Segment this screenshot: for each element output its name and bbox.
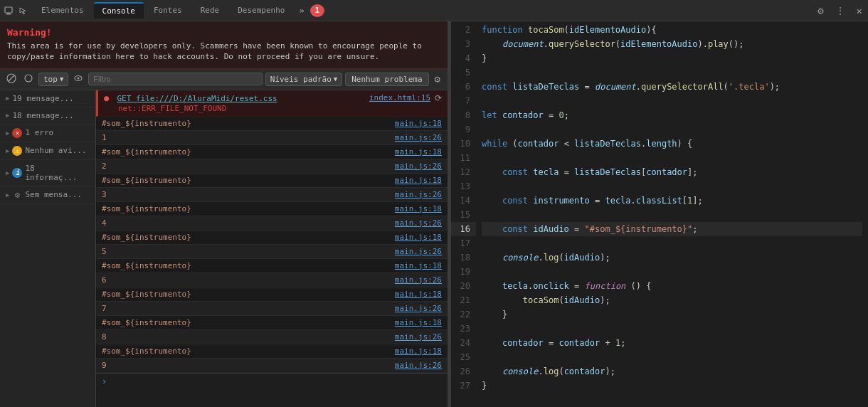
close-icon[interactable]: ✕ <box>854 4 865 18</box>
line-number: 4 <box>451 51 476 65</box>
code-line: console.log(contador); <box>482 364 862 379</box>
log-row: #som_${instrumento} main.js:18 <box>96 259 448 273</box>
code-editor: 2345678910111213141516171819202122232425… <box>451 21 868 407</box>
device-icon <box>4 6 13 15</box>
line-number: 10 <box>451 137 476 151</box>
log-row: 9 main.js:26 <box>96 359 448 373</box>
code-line: while (contador < listaDeTeclas.length) … <box>482 137 862 151</box>
log-value: #som_${instrumento} <box>102 290 191 299</box>
more-tabs-button[interactable]: » <box>295 3 308 18</box>
log-value: #som_${instrumento} <box>102 119 191 128</box>
info-count-badge: i <box>12 168 22 178</box>
line-number: 27 <box>451 379 476 393</box>
line-number: 23 <box>451 322 476 336</box>
log-source-link[interactable]: main.js:26 <box>395 304 442 313</box>
log-row: 5 main.js:26 <box>96 245 448 259</box>
code-line <box>482 65 862 80</box>
log-source-link[interactable]: main.js:26 <box>395 133 442 142</box>
eye-icon[interactable] <box>71 72 85 87</box>
code-line: function tocaSom(idElementoAudio){ <box>482 23 862 37</box>
error-source-link[interactable]: index.html:15 <box>369 93 430 102</box>
log-source-link[interactable]: main.js:26 <box>395 332 442 342</box>
log-value: 7 <box>102 304 107 313</box>
tab-desempenho[interactable]: Desempenho <box>229 3 293 18</box>
devtools-panel: Warning! This area is for use by develop… <box>0 21 448 407</box>
code-line: console.log(idAudio); <box>482 250 862 265</box>
log-source-link[interactable]: main.js:18 <box>395 290 442 299</box>
line-numbers: 2345678910111213141516171819202122232425… <box>451 21 476 407</box>
svg-point-8 <box>78 77 80 79</box>
sidebar-item-all[interactable]: ▶ 19 mensage... <box>0 90 95 107</box>
line-number: 3 <box>451 37 476 51</box>
log-source-link[interactable]: main.js:26 <box>395 361 442 370</box>
console-messages-area: ● GET file:///D:/AluraMidi/reset.css ind… <box>96 90 448 407</box>
sidebar-item-verbose[interactable]: ▶ ⚙ Sem mensa... <box>0 186 95 204</box>
preserve-log-button[interactable] <box>21 72 36 87</box>
log-source-link[interactable]: main.js:26 <box>395 275 442 285</box>
line-number: 19 <box>451 265 476 279</box>
log-source-link[interactable]: main.js:18 <box>395 204 442 213</box>
log-value: 2 <box>102 162 107 171</box>
log-source-link[interactable]: main.js:18 <box>395 233 442 242</box>
log-source-link[interactable]: main.js:26 <box>395 162 442 171</box>
line-number: 17 <box>451 236 476 250</box>
log-source-link[interactable]: main.js:18 <box>395 176 442 185</box>
log-source-link[interactable]: main.js:18 <box>395 119 442 128</box>
filter-input[interactable] <box>88 73 262 85</box>
log-row: #som_${instrumento} main.js:18 <box>96 145 448 159</box>
log-source-link[interactable]: main.js:26 <box>395 218 442 228</box>
code-line: const idAudio = "#som_${instrumento}"; <box>482 222 862 236</box>
verbose-badge: ⚙ <box>12 190 22 200</box>
settings-icon[interactable]: ⚙ <box>815 4 826 18</box>
log-value: 8 <box>102 332 107 342</box>
tab-rede[interactable]: Rede <box>192 3 228 18</box>
code-line: const tecla = listaDeTeclas[contador]; <box>482 165 862 179</box>
top-context-dropdown[interactable]: top ▼ <box>38 73 68 86</box>
line-number: 11 <box>451 151 476 165</box>
sidebar-item-errors[interactable]: ▶ ✕ 1 erro <box>0 125 95 142</box>
tab-fontes[interactable]: Fontes <box>145 3 191 18</box>
clear-console-button[interactable] <box>4 72 18 87</box>
expand-error-icon[interactable]: ⟳ <box>435 93 442 103</box>
no-issues-button[interactable]: Nenhum problema <box>345 73 428 86</box>
svg-rect-2 <box>6 14 11 14</box>
line-number: 26 <box>451 364 476 379</box>
line-number: 25 <box>451 350 476 364</box>
tab-console[interactable]: Console <box>94 2 144 18</box>
code-line <box>482 350 862 364</box>
console-content: ▶ 19 mensage... ▶ 18 mensage... ▶ ✕ 1 er… <box>0 90 448 407</box>
log-source-link[interactable]: main.js:18 <box>395 261 442 270</box>
code-line <box>482 208 862 222</box>
more-options-icon[interactable]: ⋮ <box>832 4 848 18</box>
log-value: 1 <box>102 133 107 142</box>
log-source-link[interactable]: main.js:18 <box>395 347 442 356</box>
error-icon: ● <box>104 93 109 103</box>
line-number: 21 <box>451 293 476 307</box>
sidebar-item-messages[interactable]: ▶ 18 mensage... <box>0 107 95 125</box>
log-value: #som_${instrumento} <box>102 233 191 242</box>
error-file-link[interactable]: GET file:///D:/AluraMidi/reset.css <box>117 94 277 103</box>
log-source-link[interactable]: main.js:18 <box>395 318 442 327</box>
line-number: 12 <box>451 165 476 179</box>
code-line <box>482 322 862 336</box>
log-source-link[interactable]: main.js:18 <box>395 147 442 157</box>
sidebar-item-warnings[interactable]: ▶ ⚠ Nenhum avi... <box>0 142 95 160</box>
code-line: } <box>482 307 862 322</box>
console-settings-icon[interactable]: ⚙ <box>432 72 443 86</box>
log-value: #som_${instrumento} <box>102 147 191 157</box>
log-value: #som_${instrumento} <box>102 204 191 213</box>
expand-arrow-icon: ▶ <box>6 147 9 154</box>
line-number: 9 <box>451 122 476 137</box>
svg-line-5 <box>9 75 14 81</box>
tab-elementos[interactable]: Elementos <box>33 3 92 18</box>
log-levels-dropdown[interactable]: Níveis padrão ▼ <box>265 73 343 86</box>
console-prompt: › <box>102 376 107 386</box>
log-source-link[interactable]: main.js:26 <box>395 190 442 199</box>
log-source-link[interactable]: main.js:26 <box>395 247 442 256</box>
code-line: contador = contador + 1; <box>482 336 862 350</box>
sidebar-item-info[interactable]: ▶ i 18 informaç... <box>0 160 95 186</box>
code-line: tecla.onclick = function () { <box>482 279 862 293</box>
expand-arrow-icon: ▶ <box>6 112 9 119</box>
svg-rect-0 <box>5 7 12 13</box>
line-number: 24 <box>451 336 476 350</box>
